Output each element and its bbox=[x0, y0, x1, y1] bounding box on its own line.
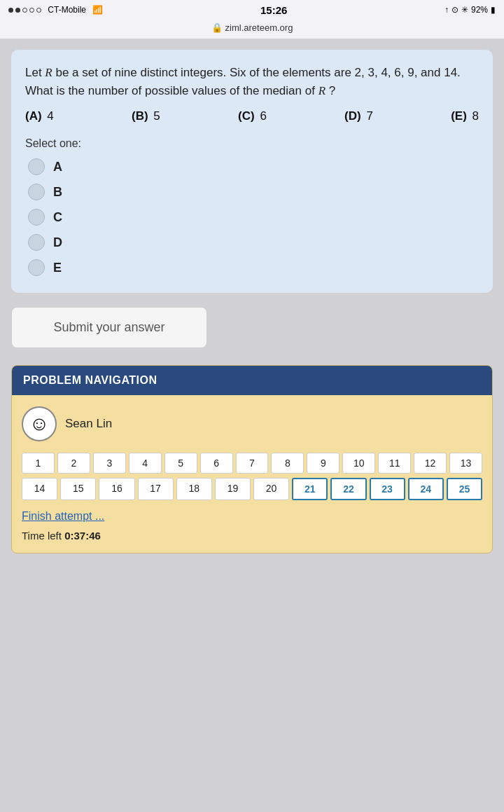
problem-grid-row1: 12345678910111213 bbox=[22, 453, 482, 474]
main-content: Let R be a set of nine distinct integers… bbox=[0, 39, 504, 565]
submit-button[interactable]: Submit your answer bbox=[11, 307, 207, 348]
option-c[interactable]: C bbox=[28, 209, 479, 226]
problem-num-1[interactable]: 1 bbox=[22, 453, 55, 474]
option-a[interactable]: A bbox=[28, 158, 479, 175]
choices-row: (A) 4 (B) 5 (C) 6 (D) 7 (E) 8 bbox=[25, 109, 479, 123]
problem-num-25[interactable]: 25 bbox=[447, 478, 482, 500]
problem-num-19[interactable]: 19 bbox=[215, 478, 251, 500]
radio-c[interactable] bbox=[28, 209, 45, 226]
option-d-label: D bbox=[53, 235, 62, 250]
problem-num-16[interactable]: 16 bbox=[99, 478, 134, 500]
problem-num-15[interactable]: 15 bbox=[60, 478, 96, 500]
problem-num-8[interactable]: 8 bbox=[271, 453, 304, 474]
problem-num-20[interactable]: 20 bbox=[253, 478, 289, 500]
signal-dot-1 bbox=[8, 8, 13, 13]
problem-navigation: PROBLEM NAVIGATION ☺ Sean Lin 1234567891… bbox=[11, 365, 493, 553]
radio-group: A B C D E bbox=[25, 158, 479, 276]
problem-num-24[interactable]: 24 bbox=[408, 478, 444, 500]
problem-num-4[interactable]: 4 bbox=[129, 453, 162, 474]
problem-num-22[interactable]: 22 bbox=[330, 478, 366, 500]
option-e[interactable]: E bbox=[28, 259, 479, 276]
radio-e[interactable] bbox=[28, 259, 45, 276]
choice-a: (A) 4 bbox=[25, 109, 54, 123]
select-label: Select one: bbox=[25, 137, 479, 150]
problem-num-3[interactable]: 3 bbox=[93, 453, 126, 474]
user-row: ☺ Sean Lin bbox=[22, 406, 482, 441]
carrier-name: CT-Mobile bbox=[48, 5, 86, 15]
problem-num-23[interactable]: 23 bbox=[370, 478, 405, 500]
problem-num-7[interactable]: 7 bbox=[236, 453, 269, 474]
problem-num-21[interactable]: 21 bbox=[292, 478, 328, 500]
problem-num-5[interactable]: 5 bbox=[164, 453, 197, 474]
clock: 15:26 bbox=[260, 4, 287, 16]
nav-header: PROBLEM NAVIGATION bbox=[12, 366, 492, 395]
user-avatar: ☺ bbox=[22, 406, 57, 441]
option-d[interactable]: D bbox=[28, 234, 479, 251]
problem-num-14[interactable]: 14 bbox=[22, 478, 57, 500]
lock-icon: 🔒 bbox=[211, 22, 223, 33]
wifi-icon: 📶 bbox=[92, 5, 103, 15]
question-card: Let R be a set of nine distinct integers… bbox=[11, 50, 493, 293]
variable-r-2: R bbox=[318, 84, 326, 97]
battery-percent: 92% bbox=[471, 5, 488, 15]
problem-num-17[interactable]: 17 bbox=[138, 478, 174, 500]
problem-num-11[interactable]: 11 bbox=[378, 453, 411, 474]
problem-num-10[interactable]: 10 bbox=[342, 453, 375, 474]
notifications-icon: ⊙ bbox=[451, 5, 458, 15]
signal-dot-2 bbox=[15, 8, 20, 13]
choice-c: (C) 6 bbox=[238, 109, 267, 123]
problem-num-18[interactable]: 18 bbox=[176, 478, 212, 500]
problem-num-9[interactable]: 9 bbox=[307, 453, 340, 474]
url-bar: 🔒 ziml.areteem.org bbox=[0, 20, 504, 39]
location-icon: ↑ bbox=[444, 5, 449, 15]
signal-dot-4 bbox=[29, 8, 34, 13]
nav-body: ☺ Sean Lin 12345678910111213 14151617181… bbox=[12, 395, 492, 553]
problem-num-13[interactable]: 13 bbox=[449, 453, 482, 474]
status-bar: CT-Mobile 📶 15:26 ↑ ⊙ ✳ 92% ▮ bbox=[0, 0, 504, 20]
status-right: ↑ ⊙ ✳ 92% ▮ bbox=[444, 5, 496, 15]
problem-num-2[interactable]: 2 bbox=[57, 453, 90, 474]
choice-d: (D) 7 bbox=[344, 109, 373, 123]
choice-b: (B) 5 bbox=[132, 109, 160, 123]
smiley-icon: ☺ bbox=[29, 413, 50, 435]
problem-num-6[interactable]: 6 bbox=[200, 453, 233, 474]
option-b[interactable]: B bbox=[28, 184, 479, 200]
choice-e: (E) 8 bbox=[451, 109, 479, 123]
signal-dot-5 bbox=[36, 8, 41, 13]
option-c-label: C bbox=[53, 210, 62, 225]
finish-attempt-link[interactable]: Finish attempt ... bbox=[22, 510, 482, 523]
option-b-label: B bbox=[53, 185, 62, 200]
radio-a[interactable] bbox=[28, 158, 45, 175]
username: Sean Lin bbox=[65, 417, 112, 431]
battery-icon: ▮ bbox=[491, 5, 496, 15]
carrier-signal: CT-Mobile 📶 bbox=[8, 5, 103, 15]
option-e-label: E bbox=[53, 261, 62, 275]
variable-r-1: R bbox=[45, 66, 52, 79]
url-text: ziml.areteem.org bbox=[225, 22, 293, 33]
signal-dot-3 bbox=[22, 8, 27, 13]
time-left: Time left 0:37:46 bbox=[22, 530, 482, 542]
question-text: Let R be a set of nine distinct integers… bbox=[25, 64, 479, 99]
bluetooth-icon: ✳ bbox=[461, 5, 468, 15]
problem-grid-row2: 141516171819202122232425 bbox=[22, 478, 482, 500]
problem-num-12[interactable]: 12 bbox=[414, 453, 447, 474]
time-label: Time left bbox=[22, 530, 64, 542]
time-value: 0:37:46 bbox=[64, 530, 101, 542]
option-a-label: A bbox=[53, 160, 62, 174]
radio-d[interactable] bbox=[28, 234, 45, 251]
radio-b[interactable] bbox=[28, 184, 45, 200]
